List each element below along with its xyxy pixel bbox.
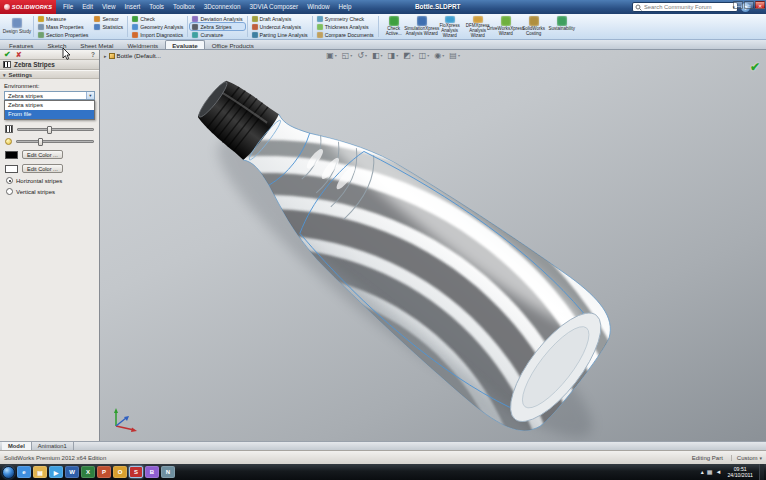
bottle-3d-model[interactable] — [100, 50, 766, 441]
maximize-button[interactable]: □ — [744, 1, 754, 9]
cancel-button[interactable]: ✘ — [16, 50, 22, 60]
ribbon-button[interactable]: Statistics — [92, 23, 125, 30]
combobox-dropdown-icon[interactable]: ▾ — [86, 92, 94, 99]
tool-dropdown-icon[interactable]: ▾ — [381, 51, 383, 60]
command-tab[interactable]: Office Products — [205, 40, 261, 49]
ribbon-button[interactable]: Draft Analysis — [250, 15, 310, 22]
ribbon-button[interactable]: Thickness Analysis — [315, 23, 376, 30]
model-tab[interactable]: Model — [2, 442, 32, 450]
headsup-tool[interactable]: ↺ ▾ — [357, 51, 367, 60]
internet-explorer-icon[interactable]: e — [17, 466, 31, 478]
stripe-width-slider[interactable] — [16, 140, 94, 143]
show-hidden-icons-icon[interactable]: ▴ — [701, 466, 704, 478]
tool-dropdown-icon[interactable]: ▾ — [365, 51, 367, 60]
community-search-box[interactable]: ▾ — [632, 2, 738, 12]
search-input[interactable] — [644, 4, 730, 10]
command-tab[interactable]: Evaluate — [165, 40, 204, 49]
ribbon-button[interactable]: Geometry Analysis — [130, 23, 185, 30]
ribbon-button[interactable]: Zebra Stripes — [190, 23, 244, 30]
tool-dropdown-icon[interactable]: ▾ — [427, 51, 429, 60]
ribbon-button[interactable]: Deviation Analysis — [190, 15, 244, 22]
ribbon-button[interactable]: Import Diagnostics — [130, 31, 185, 38]
ribbon-button[interactable]: Compare Documents — [315, 31, 376, 38]
feature-tree-flyout[interactable]: ▸ Bottle (Default... — [104, 52, 161, 59]
tool-dropdown-icon[interactable]: ▾ — [458, 51, 460, 60]
ribbon-button[interactable]: Mass Properties — [36, 23, 90, 30]
confirmation-corner-check[interactable]: ✔ — [750, 60, 760, 74]
minimize-button[interactable]: — — [733, 1, 743, 9]
radio-row[interactable]: Horizontal stripes — [6, 177, 94, 184]
model-tab[interactable]: Animation1 — [32, 442, 74, 450]
windows-explorer-icon[interactable]: ▤ — [33, 466, 47, 478]
ribbon-button[interactable]: Measure — [36, 15, 90, 22]
design-study-button[interactable]: Design Study — [2, 14, 32, 39]
notepad-icon[interactable]: N — [161, 466, 175, 478]
radio-button-icon[interactable] — [6, 177, 13, 184]
headsup-tool[interactable]: ◱ ▾ — [342, 51, 353, 60]
radio-button-icon[interactable] — [6, 188, 13, 195]
menu-item[interactable]: 3Dconnexion — [203, 0, 242, 14]
menu-item[interactable]: Edit — [81, 0, 94, 14]
menu-item[interactable]: Toolbox — [172, 0, 196, 14]
ribbon-button[interactable]: Undercut Analysis — [250, 23, 310, 30]
start-button[interactable] — [2, 466, 15, 479]
menu-item[interactable]: View — [101, 0, 117, 14]
menu-item[interactable]: Window — [306, 0, 330, 14]
environment-combobox[interactable]: Zebra stripes ▾ — [4, 91, 95, 100]
command-tab[interactable]: Weldments — [120, 40, 165, 49]
powerpoint-icon[interactable]: P — [97, 466, 111, 478]
media-player-icon[interactable]: ▶ — [49, 466, 63, 478]
menu-item[interactable]: Insert — [124, 0, 142, 14]
headsup-tool[interactable]: ◫ ▾ — [419, 51, 430, 60]
ribbon-button[interactable]: Symmetry Check — [315, 15, 376, 22]
paint-icon[interactable]: B — [145, 466, 159, 478]
ribbon-button[interactable]: Sensor — [92, 15, 125, 22]
show-desktop-button[interactable] — [759, 464, 764, 480]
tool-dropdown-icon[interactable]: ▾ — [412, 51, 414, 60]
headsup-tool[interactable]: ◧ ▾ — [372, 51, 383, 60]
command-tab[interactable]: Sheet Metal — [73, 40, 120, 49]
ok-button[interactable]: ✔ — [4, 50, 11, 60]
slider-thumb[interactable] — [38, 138, 43, 146]
ribbon-wizard-button[interactable]: SolidWorks Costing — [520, 14, 548, 39]
dropdown-option[interactable]: From file — [5, 110, 94, 119]
menu-item[interactable]: Tools — [148, 0, 165, 14]
pm-help-icon[interactable]: ? — [91, 51, 95, 58]
custom-units-dropdown[interactable]: Custom ▾ — [731, 455, 762, 461]
ribbon-wizard-button[interactable]: DriveWorksXpress Wizard — [492, 14, 520, 39]
outlook-icon[interactable]: O — [113, 466, 127, 478]
taskbar-clock[interactable]: 09:51 24/10/2011 — [724, 466, 756, 478]
ribbon-wizard-button[interactable]: FloXpress Analysis Wizard — [436, 14, 464, 39]
solidworks-icon[interactable]: S — [129, 466, 143, 478]
menu-item[interactable]: Help — [338, 0, 353, 14]
tool-dropdown-icon[interactable]: ▾ — [396, 51, 398, 60]
ribbon-button[interactable]: Curvature — [190, 31, 244, 38]
tool-dropdown-icon[interactable]: ▾ — [350, 51, 352, 60]
ribbon-button[interactable]: Check — [130, 15, 185, 22]
number-of-stripes-slider[interactable] — [17, 128, 94, 131]
graphics-viewport[interactable]: ▣ ▾ ◱ ▾ ↺ ▾ ◧ ▾ ◨ ▾ ◩ — [100, 50, 766, 441]
headsup-tool[interactable]: ▣ ▾ — [326, 51, 337, 60]
menu-item[interactable]: 3DVIA Composer — [249, 0, 300, 14]
headsup-tool[interactable]: ◩ ▾ — [403, 51, 414, 60]
edit-color-button[interactable]: Edit Color ... — [22, 164, 63, 173]
slider-thumb[interactable] — [47, 126, 52, 134]
command-tab[interactable]: Features — [2, 40, 40, 49]
close-button[interactable]: ✕ — [755, 1, 765, 9]
headsup-tool[interactable]: ◉ ▾ — [434, 51, 444, 60]
menu-item[interactable]: File — [62, 0, 74, 14]
ribbon-wizard-button[interactable]: Sustainability — [548, 14, 576, 39]
units-dropdown-icon[interactable]: ▾ — [759, 455, 762, 461]
excel-icon[interactable]: X — [81, 466, 95, 478]
headsup-tool[interactable]: ◨ ▾ — [388, 51, 399, 60]
headsup-tool[interactable]: ▤ ▾ — [449, 51, 460, 60]
network-icon[interactable]: ▦ — [707, 466, 713, 478]
ribbon-button[interactable]: Section Properties — [36, 31, 90, 38]
tool-dropdown-icon[interactable]: ▾ — [335, 51, 337, 60]
volume-icon[interactable]: ◄ — [715, 466, 721, 478]
ribbon-wizard-button[interactable]: SimulationXpress Analysis Wizard — [408, 14, 436, 39]
edit-color-button[interactable]: Edit Color ... — [22, 150, 63, 159]
tree-expand-icon[interactable]: ▸ — [104, 53, 107, 59]
ribbon-button[interactable]: Parting Line Analysis — [250, 31, 310, 38]
radio-row[interactable]: Vertical stripes — [6, 188, 94, 195]
